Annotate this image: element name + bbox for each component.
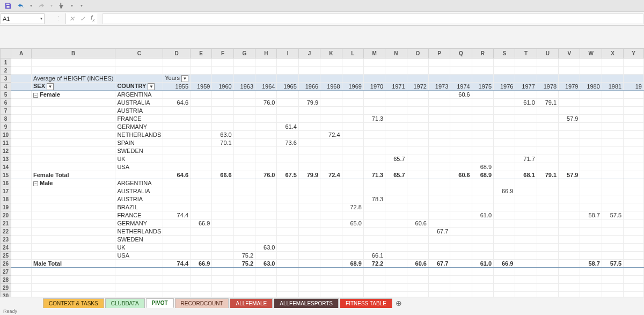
cell-I17[interactable] <box>277 187 298 195</box>
row-header-24[interactable]: 24 <box>1 244 11 252</box>
cell-L20[interactable] <box>342 211 363 219</box>
cell-N29[interactable] <box>385 284 407 292</box>
cell-H26[interactable]: 63.0 <box>255 260 277 268</box>
cell-A3[interactable] <box>11 75 32 83</box>
cell-X7[interactable] <box>602 107 623 115</box>
cell-P1[interactable] <box>428 58 450 67</box>
cell-D9[interactable] <box>163 123 191 131</box>
cell-U13[interactable] <box>537 155 558 163</box>
cell-S29[interactable] <box>494 284 515 292</box>
cell-K10[interactable]: 72.4 <box>320 131 342 139</box>
cell-L22[interactable] <box>342 228 363 236</box>
cell-I9[interactable]: 61.4 <box>277 123 298 131</box>
cell-L1[interactable] <box>342 58 363 67</box>
cell-D16[interactable] <box>163 179 191 187</box>
cell-L23[interactable] <box>342 236 363 244</box>
cell-D27[interactable] <box>163 268 191 276</box>
cell-T2[interactable] <box>515 67 537 75</box>
cell-P10[interactable] <box>428 131 450 139</box>
cell-W17[interactable] <box>580 187 602 195</box>
cell-K22[interactable] <box>320 228 342 236</box>
sheet-tab-allfemale[interactable]: ALLFEMALE <box>230 298 273 308</box>
cell-G17[interactable] <box>233 187 255 195</box>
cell-A30[interactable] <box>11 292 32 297</box>
cell-H23[interactable] <box>255 236 277 244</box>
cell-P11[interactable] <box>428 139 450 147</box>
cell-S26[interactable]: 66.9 <box>494 260 515 268</box>
cell-U4[interactable]: 1978 <box>537 83 558 91</box>
cell-D23[interactable] <box>163 236 191 244</box>
col-header-P[interactable]: P <box>428 49 450 58</box>
sheet-tab-recordcount[interactable]: RECORDCOUNT <box>175 298 229 308</box>
cell-R15[interactable]: 68.9 <box>472 171 493 179</box>
cell-N10[interactable] <box>385 131 407 139</box>
cell-C30[interactable] <box>115 292 163 297</box>
cell-I26[interactable] <box>277 260 298 268</box>
cell-C18[interactable]: AUSTRIA <box>115 195 163 203</box>
cell-H17[interactable] <box>255 187 277 195</box>
cell-C26[interactable] <box>115 260 163 268</box>
cell-C14[interactable]: USA <box>115 163 163 171</box>
cell-Q1[interactable] <box>450 58 472 67</box>
cell-L12[interactable] <box>342 147 363 155</box>
cell-A12[interactable] <box>11 147 32 155</box>
cell-C21[interactable]: GERMANY <box>115 219 163 228</box>
cell-M13[interactable] <box>363 155 385 163</box>
cell-I5[interactable] <box>277 91 298 99</box>
cell-E12[interactable] <box>191 147 212 155</box>
cell-M19[interactable] <box>363 203 385 211</box>
cancel-icon[interactable]: ✕ <box>69 15 75 23</box>
cell-W13[interactable] <box>580 155 602 163</box>
cell-E21[interactable]: 66.9 <box>191 219 212 228</box>
cell-T9[interactable] <box>515 123 537 131</box>
cell-X12[interactable] <box>602 147 623 155</box>
cell-L10[interactable] <box>342 131 363 139</box>
cell-V22[interactable] <box>559 228 580 236</box>
cell-Q9[interactable] <box>450 123 472 131</box>
cell-L19[interactable]: 72.8 <box>342 203 363 211</box>
cell-R28[interactable] <box>472 276 493 284</box>
cell-X21[interactable] <box>602 219 623 228</box>
cell-J21[interactable] <box>298 219 320 228</box>
cell-T15[interactable]: 68.1 <box>515 171 537 179</box>
cell-S3[interactable] <box>494 75 515 83</box>
cell-V12[interactable] <box>559 147 580 155</box>
cell-Y8[interactable] <box>624 115 644 123</box>
col-header-T[interactable]: T <box>515 49 537 58</box>
cell-J3[interactable] <box>298 75 320 83</box>
cell-W27[interactable] <box>580 268 602 276</box>
cell-R12[interactable] <box>472 147 493 155</box>
cell-R10[interactable] <box>472 131 493 139</box>
cell-H12[interactable] <box>255 147 277 155</box>
cell-S4[interactable]: 1976 <box>494 83 515 91</box>
row-header-4[interactable]: 4 <box>1 83 11 91</box>
cell-W16[interactable] <box>580 179 602 187</box>
row-header-22[interactable]: 22 <box>1 228 11 236</box>
cell-D20[interactable]: 74.4 <box>163 211 191 219</box>
cell-H15[interactable]: 76.0 <box>255 171 277 179</box>
cell-A27[interactable] <box>11 268 32 276</box>
cell-J6[interactable]: 79.9 <box>298 99 320 107</box>
cell-F17[interactable] <box>212 187 233 195</box>
cell-C23[interactable]: SWEDEN <box>115 236 163 244</box>
row-header-6[interactable]: 6 <box>1 99 11 107</box>
cell-I13[interactable] <box>277 155 298 163</box>
cell-Q26[interactable] <box>450 260 472 268</box>
cell-C19[interactable]: BRAZIL <box>115 203 163 211</box>
cell-D8[interactable] <box>163 115 191 123</box>
cell-M25[interactable]: 66.1 <box>363 252 385 260</box>
cell-M3[interactable] <box>363 75 385 83</box>
cell-W3[interactable] <box>580 75 602 83</box>
cell-S23[interactable] <box>494 236 515 244</box>
cell-E29[interactable] <box>191 284 212 292</box>
cell-D17[interactable] <box>163 187 191 195</box>
cell-X22[interactable] <box>602 228 623 236</box>
cell-J2[interactable] <box>298 67 320 75</box>
cell-F8[interactable] <box>212 115 233 123</box>
cell-Y1[interactable] <box>624 58 644 67</box>
col-header-S[interactable]: S <box>494 49 515 58</box>
cell-Y28[interactable] <box>624 276 644 284</box>
cell-S8[interactable] <box>494 115 515 123</box>
cell-O15[interactable] <box>407 171 428 179</box>
col-header-H[interactable]: H <box>255 49 277 58</box>
